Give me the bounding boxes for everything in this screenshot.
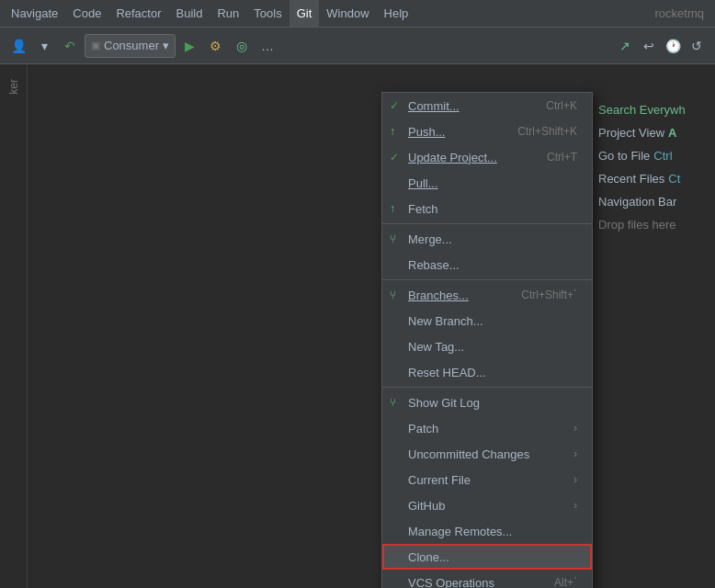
hint-project-view: Project View A [598, 126, 708, 140]
navigation-bar-label: Navigation Bar [598, 195, 676, 209]
git-menu-branches[interactable]: ⑂ Branches... Ctrl+Shift+` [382, 282, 592, 308]
undo-icon[interactable]: ↺ [686, 35, 708, 57]
clone-label: Clone... [408, 550, 577, 564]
menu-tools[interactable]: Tools [246, 0, 289, 27]
menu-navigate[interactable]: Navigate [4, 0, 65, 27]
commit-shortcut: Ctrl+K [546, 99, 577, 112]
goto-file-shortcut: Ctrl [653, 149, 672, 163]
show-git-log-label: Show Git Log [408, 396, 577, 410]
push-arrow-icon: ↑ [390, 125, 408, 138]
git-menu-rebase[interactable]: · Rebase... [382, 252, 592, 277]
git-menu-push[interactable]: ↑ Push... Ctrl+Shift+K [382, 119, 592, 144]
manage-remotes-label: Manage Remotes... [408, 525, 577, 538]
back-icon[interactable]: ↶ [59, 35, 81, 57]
menu-window[interactable]: Window [319, 0, 376, 27]
update-project-shortcut: Ctrl+T [547, 151, 577, 164]
commit-check-icon: ✓ [390, 99, 408, 112]
coverage-icon[interactable]: ◎ [231, 35, 253, 57]
branches-icon: ⑂ [390, 288, 408, 301]
menu-build[interactable]: Build [169, 0, 210, 27]
revert-icon[interactable]: ↩ [638, 35, 660, 57]
git-menu-new-tag[interactable]: · New Tag... [382, 334, 592, 359]
git-menu-current-file[interactable]: · Current File › [382, 467, 592, 492]
new-tag-label: New Tag... [408, 340, 577, 354]
sidebar-label: ker [7, 79, 20, 95]
patch-submenu-arrow: › [573, 422, 577, 435]
hint-navigation-bar: Navigation Bar [598, 195, 708, 209]
user-icon[interactable]: 👤 [7, 35, 29, 57]
build-icon[interactable]: ⚙ [205, 35, 227, 57]
dropdown-icon[interactable]: ▾ [33, 35, 55, 57]
hint-goto-file: Go to File Ctrl [598, 149, 708, 163]
uncommitted-submenu-arrow: › [573, 447, 577, 460]
reset-head-spacer: · [390, 366, 408, 379]
project-selector-icon: ▣ [91, 40, 100, 51]
hint-recent-files: Recent Files Ct [598, 172, 708, 186]
sidebar: ker [0, 64, 28, 588]
more-icon[interactable]: … [256, 35, 278, 57]
git-menu-commit[interactable]: ✓ Commit... Ctrl+K [382, 93, 592, 119]
update-project-label: Update Project... [408, 151, 532, 164]
github-spacer: · [390, 499, 408, 512]
update-check-icon: ✓ [390, 151, 408, 164]
vcs-spacer: · [390, 576, 408, 588]
branches-shortcut: Ctrl+Shift+` [521, 288, 577, 301]
menu-bar: Navigate Code Refactor Build Run Tools G… [0, 0, 715, 28]
git-menu-reset-head[interactable]: · Reset HEAD... [382, 359, 592, 385]
menu-help[interactable]: Help [377, 0, 416, 27]
git-menu-merge[interactable]: ⑂ Merge... [382, 226, 592, 252]
reset-head-label: Reset HEAD... [408, 366, 577, 379]
menu-run[interactable]: Run [210, 0, 246, 27]
window-title: rocketmq [655, 6, 711, 20]
git-menu-clone[interactable]: · Clone... [382, 544, 592, 570]
current-file-label: Current File [408, 473, 570, 487]
git-menu-fetch[interactable]: ↑ Fetch [382, 196, 592, 221]
new-tag-spacer: · [390, 340, 408, 353]
new-branch-spacer: · [390, 314, 408, 327]
merge-label: Merge... [408, 232, 577, 246]
menu-git[interactable]: Git [289, 0, 320, 27]
git-menu-update-project[interactable]: ✓ Update Project... Ctrl+T [382, 144, 592, 170]
commit-label: Commit... [408, 99, 531, 113]
rebase-label: Rebase... [408, 258, 577, 272]
git-menu-github[interactable]: · GitHub › [382, 492, 592, 518]
project-dropdown-arrow: ▾ [163, 39, 169, 52]
goto-file-label: Go to File [598, 149, 650, 163]
manage-remotes-spacer: · [390, 525, 408, 537]
clone-spacer: · [390, 550, 408, 563]
run-icon[interactable]: ▶ [179, 35, 201, 57]
github-submenu-arrow: › [573, 499, 577, 512]
push-label: Push... [408, 125, 503, 139]
history-icon[interactable]: 🕐 [662, 35, 684, 57]
git-menu-show-git-log[interactable]: ⑂ Show Git Log [382, 390, 592, 415]
git-menu-manage-remotes[interactable]: · Manage Remotes... [382, 518, 592, 544]
right-hints-panel: Search Everywh Project View A Go to File… [591, 99, 715, 235]
current-file-spacer: · [390, 473, 408, 486]
git-menu-patch[interactable]: · Patch › [382, 415, 592, 441]
git-menu-pull[interactable]: · Pull... [382, 170, 592, 196]
hint-search: Search Everywh [598, 103, 708, 117]
dropdown-overlay: ✓ Commit... Ctrl+K ↑ Push... Ctrl+Shift+… [28, 92, 715, 588]
project-selector-label: Consumer [104, 39, 159, 52]
vcs-operations-label: VCS Operations [408, 576, 539, 589]
fetch-arrow-icon: ↑ [390, 202, 408, 215]
patch-label: Patch [408, 422, 570, 435]
drop-files-label: Drop files here [598, 218, 676, 232]
divider-2 [382, 279, 592, 280]
git-log-icon: ⑂ [390, 396, 408, 409]
push-shortcut: Ctrl+Shift+K [517, 125, 577, 138]
menu-refactor[interactable]: Refactor [108, 0, 168, 27]
recent-files-label: Recent Files [598, 172, 664, 186]
menu-code[interactable]: Code [65, 0, 108, 27]
git-menu-uncommitted-changes[interactable]: · Uncommitted Changes › [382, 441, 592, 467]
project-selector[interactable]: ▣ Consumer ▾ [85, 34, 176, 58]
patch-spacer: · [390, 422, 408, 435]
git-menu-vcs-operations[interactable]: · VCS Operations Alt+` [382, 570, 592, 588]
fetch-label: Fetch [408, 202, 577, 216]
vcs-operations-shortcut: Alt+` [554, 576, 577, 588]
git-dropdown-menu: ✓ Commit... Ctrl+K ↑ Push... Ctrl+Shift+… [381, 92, 593, 588]
uncommitted-changes-label: Uncommitted Changes [408, 447, 570, 461]
branches-label: Branches... [408, 288, 506, 302]
bookmark-icon[interactable]: ↗ [614, 35, 636, 57]
git-menu-new-branch[interactable]: · New Branch... [382, 308, 592, 334]
